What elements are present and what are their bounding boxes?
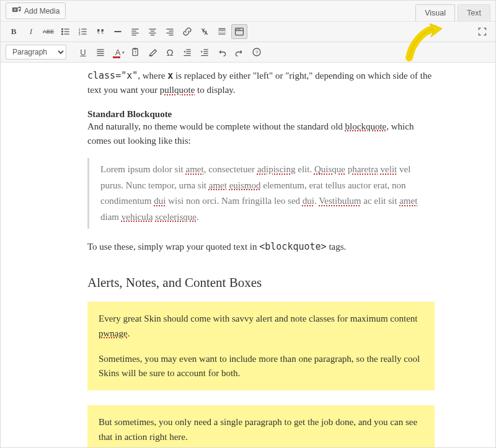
align-left-button[interactable]	[127, 24, 143, 39]
body-text: class="x", where x is replaced by either…	[87, 69, 435, 98]
indent-button[interactable]	[197, 45, 213, 59]
special-char-button[interactable]: Ω	[162, 45, 178, 59]
link-button[interactable]	[179, 24, 195, 39]
editor-content[interactable]: class="x", where x is replaced by either…	[1, 63, 495, 448]
editor-topbar: Add Media Visual Text	[1, 1, 495, 22]
svg-point-5	[61, 31, 63, 32]
italic-button[interactable]: I	[23, 24, 39, 39]
svg-text:?: ?	[255, 50, 259, 55]
text-color-icon: A	[115, 48, 121, 57]
paste-text-button[interactable]: T	[127, 45, 143, 59]
svg-rect-34	[236, 29, 237, 30]
help-button[interactable]: ?	[249, 45, 265, 59]
svg-point-7	[61, 33, 63, 35]
quote-button[interactable]	[92, 24, 108, 39]
svg-rect-42	[134, 48, 137, 50]
svg-rect-35	[238, 29, 239, 30]
heading-standard-blockquote: Standard Blockquote	[87, 109, 435, 120]
body-text: To use these, simply wrap your quoted te…	[87, 240, 435, 254]
redo-button[interactable]	[231, 45, 247, 59]
hr-button[interactable]	[110, 24, 126, 39]
svg-text:T: T	[134, 50, 136, 55]
editor-mode-tabs: Visual Text	[413, 1, 490, 21]
tab-visual[interactable]: Visual	[415, 4, 455, 21]
add-media-label: Add Media	[24, 7, 60, 15]
toolbar-toggle-button[interactable]	[231, 24, 247, 39]
align-center-button[interactable]	[144, 24, 161, 39]
justify-button[interactable]	[92, 45, 108, 59]
fullscreen-button[interactable]	[474, 24, 490, 39]
alert-box: Every great Skin should come with savvy …	[87, 302, 435, 390]
number-list-button[interactable]: 123	[75, 24, 91, 39]
toolbar-row-2: Paragraph U A ▾ T Ω ?	[1, 42, 495, 63]
toolbar-row-1: B I ABE 123	[1, 22, 495, 42]
add-media-button[interactable]: Add Media	[6, 2, 66, 19]
format-dropdown[interactable]: Paragraph	[6, 45, 66, 59]
camera-music-icon	[12, 5, 22, 17]
underline-button[interactable]: U	[75, 45, 91, 59]
strike-button[interactable]: ABE	[40, 24, 56, 39]
bullet-list-button[interactable]	[58, 24, 74, 39]
unlink-button[interactable]	[197, 24, 213, 39]
svg-text:3: 3	[79, 33, 81, 36]
svg-point-3	[61, 29, 63, 30]
svg-rect-36	[239, 29, 241, 30]
strike-icon: ABE	[43, 29, 54, 35]
blockquote-sample: Lorem ipsum dolor sit amet, consectetuer…	[87, 158, 435, 229]
svg-point-2	[14, 9, 16, 11]
alert-box: But sometimes, you only need a single pa…	[87, 405, 435, 448]
text-color-button[interactable]: A ▾	[110, 45, 126, 59]
bold-button[interactable]: B	[6, 24, 22, 39]
body-text: And naturally, no theme would be complet…	[87, 120, 435, 149]
align-right-button[interactable]	[162, 24, 178, 39]
clear-format-button[interactable]	[144, 45, 161, 59]
outdent-button[interactable]	[179, 45, 195, 59]
heading-alerts: Alerts, Notes, and Content Boxes	[87, 275, 435, 291]
read-more-button[interactable]	[214, 24, 230, 39]
tab-text[interactable]: Text	[458, 4, 490, 21]
undo-button[interactable]	[214, 45, 230, 59]
